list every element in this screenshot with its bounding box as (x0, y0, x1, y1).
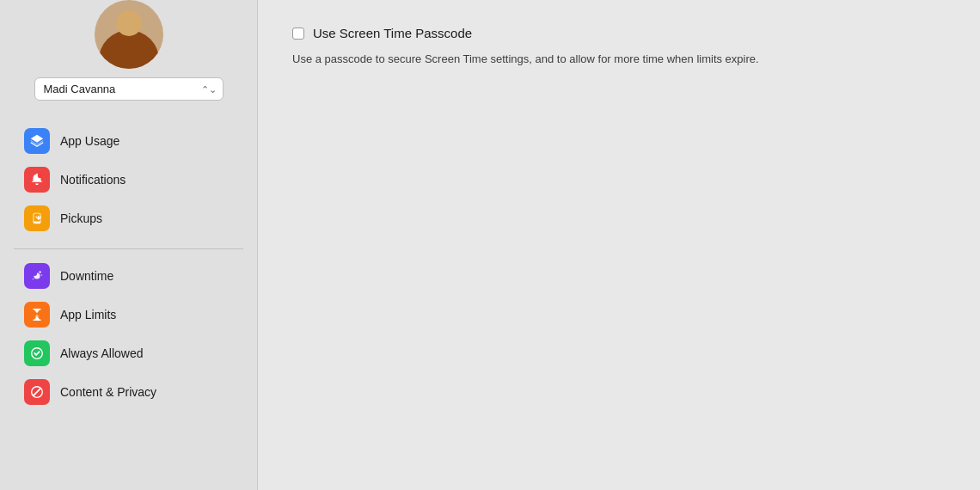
sidebar-item-pickups[interactable]: Pickups (7, 199, 250, 237)
sidebar-divider (14, 248, 243, 249)
avatar (95, 0, 163, 69)
svg-point-7 (33, 279, 34, 280)
passcode-title: Use Screen Time Passcode (313, 26, 472, 40)
no-icon (24, 379, 50, 405)
svg-line-12 (34, 389, 40, 395)
arrow-icon (24, 205, 50, 231)
sidebar-item-label: App Limits (60, 308, 116, 322)
hourglass-icon (24, 302, 50, 328)
passcode-description: Use a passcode to secure Screen Time set… (292, 51, 894, 68)
layers-icon (24, 128, 50, 154)
sidebar-item-label: Always Allowed (60, 346, 144, 360)
sidebar-item-notifications[interactable]: Notifications (7, 161, 250, 199)
sidebar-item-downtime[interactable]: Downtime (7, 257, 250, 295)
sidebar-item-content-privacy[interactable]: Content & Privacy (7, 373, 250, 411)
svg-point-5 (39, 271, 41, 273)
sidebar-item-app-limits[interactable]: App Limits (7, 296, 250, 334)
bell-icon (24, 167, 50, 193)
main-content: Use Screen Time Passcode Use a passcode … (258, 0, 980, 490)
sidebar-item-label: App Usage (60, 134, 119, 148)
user-select[interactable]: Madi Cavanna (34, 77, 224, 101)
checkmark-icon (24, 340, 50, 366)
sidebar-item-label: Pickups (60, 211, 102, 225)
svg-point-4 (33, 272, 37, 276)
sidebar-item-label: Notifications (60, 173, 126, 187)
sidebar-item-app-usage[interactable]: App Usage (7, 122, 250, 160)
sidebar-item-label: Content & Privacy (60, 385, 156, 399)
passcode-checkbox[interactable] (292, 28, 304, 40)
svg-point-0 (38, 174, 42, 178)
sidebar: Madi Cavanna ⌃⌄ App Usage (0, 0, 258, 490)
sidebar-items-bottom: Downtime App Limits (0, 256, 257, 412)
avatar-section: Madi Cavanna ⌃⌄ (0, 0, 257, 114)
svg-point-6 (41, 274, 43, 276)
sidebar-item-always-allowed[interactable]: Always Allowed (7, 334, 250, 372)
sidebar-item-label: Downtime (60, 269, 113, 283)
sidebar-items-top: App Usage Notifications (0, 114, 257, 245)
passcode-row: Use Screen Time Passcode (292, 26, 946, 40)
moon-icon (24, 263, 50, 289)
